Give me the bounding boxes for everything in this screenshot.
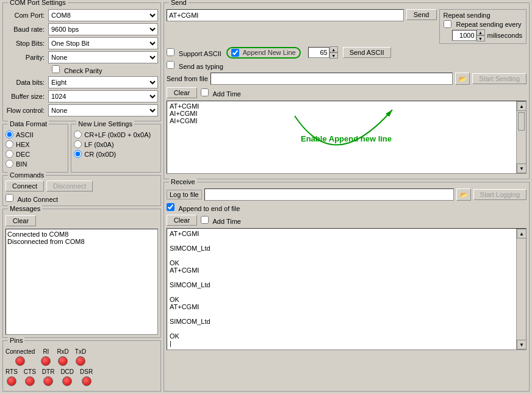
send-scroll-down[interactable]: ▼ <box>517 163 527 173</box>
nl-crlf-radio[interactable] <box>74 131 82 138</box>
receive-line14 <box>170 325 514 332</box>
data-bits-label: Data bits: <box>5 79 48 86</box>
messages-clear-button[interactable]: Clear <box>5 215 36 226</box>
data-format-dec-label: DEC <box>16 151 30 158</box>
send-as-typing-text: Send as typing <box>179 63 223 70</box>
support-ascii-text: Support ASCII <box>179 50 221 57</box>
log-file-browse-button[interactable]: 📂 <box>456 188 471 201</box>
data-format-dec-radio[interactable] <box>5 150 13 158</box>
receive-line9 <box>170 288 514 296</box>
receive-line2 <box>170 237 514 245</box>
send-button[interactable]: Send <box>406 9 437 20</box>
start-sending-button[interactable]: Start Sending <box>472 73 527 84</box>
send-from-file-label: Send from file <box>167 75 208 82</box>
send-add-time-checkbox[interactable] <box>201 88 209 96</box>
append-new-line-option[interactable]: Append New Line <box>226 47 301 59</box>
new-line-settings-title: New Line Settings <box>76 120 134 127</box>
pin-connected: Connected <box>5 348 35 366</box>
send-scrollbar[interactable]: ▲ ▼ <box>516 101 526 173</box>
flow-control-select[interactable]: None <box>48 104 158 116</box>
connect-button[interactable]: Connect <box>5 181 44 192</box>
pin-connected-label: Connected <box>5 348 35 355</box>
auto-connect-label[interactable]: Auto Connect <box>5 196 58 203</box>
send-clear-button[interactable]: Clear <box>167 87 197 98</box>
receive-line13: SIMCOM_Ltd <box>170 318 514 325</box>
send-add-time-label[interactable]: Add Time <box>201 88 241 98</box>
log-to-file-label: Log to file <box>167 190 202 199</box>
receive-scroll-down[interactable]: ▼ <box>517 340 527 349</box>
receive-line15: OK <box>170 332 514 340</box>
send-as-typing-checkbox[interactable] <box>167 61 174 69</box>
receive-line8: SIMCOM_Ltd <box>170 281 514 288</box>
data-format-bin-radio[interactable] <box>5 160 13 168</box>
stop-bits-select[interactable]: One Stop Bit <box>48 37 158 49</box>
receive-line10: OK <box>170 296 514 303</box>
repeat-sending-checkbox[interactable] <box>444 20 451 28</box>
baud-rate-select[interactable]: 9600 bps <box>48 23 158 35</box>
support-ascii-checkbox[interactable] <box>167 48 174 56</box>
send-file-browse-icon: 📂 <box>459 76 466 82</box>
nl-lf-radio[interactable] <box>74 140 82 148</box>
check-parity-checkbox[interactable] <box>52 65 60 73</box>
buffer-size-label: Buffer size: <box>5 93 48 100</box>
data-bits-select[interactable]: Eight <box>48 76 158 88</box>
append-new-line-checkbox[interactable] <box>231 49 239 57</box>
receive-add-time-checkbox[interactable] <box>201 216 209 224</box>
send-command-input[interactable] <box>167 9 404 21</box>
append-to-file-label[interactable]: Append to end of file <box>167 205 240 212</box>
receive-clear-button[interactable]: Clear <box>167 215 197 226</box>
repeat-spinbox-down[interactable]: ▼ <box>476 35 485 41</box>
repeat-spinbox[interactable]: ▲ ▼ <box>452 29 485 41</box>
send-scroll-track <box>517 132 526 163</box>
ascii-spinbox-buttons[interactable]: ▲ ▼ <box>329 46 338 59</box>
ascii-spinbox-up[interactable]: ▲ <box>329 46 338 52</box>
receive-scroll-up[interactable]: ▲ <box>517 229 527 238</box>
ascii-code-input[interactable] <box>308 47 329 58</box>
com-port-settings: COM Port Settings Com Port: COM8 Baud ra… <box>2 2 161 121</box>
receive-line3: SIMCOM_Ltd <box>170 245 514 252</box>
append-to-file-checkbox[interactable] <box>167 203 174 211</box>
repeat-spinbox-up[interactable]: ▲ <box>476 29 485 35</box>
send-line1: AT+CGMI <box>170 102 514 110</box>
data-format-box: Data Format ASCII HEX DEC <box>2 124 68 173</box>
receive-add-time-label[interactable]: Add Time <box>201 216 241 225</box>
send-scroll-up[interactable]: ▲ <box>517 101 527 111</box>
pin-rxd-label: RxD <box>57 348 68 355</box>
send-file-browse-button[interactable]: 📂 <box>455 73 470 85</box>
ascii-spinbox-down[interactable]: ▼ <box>329 52 338 59</box>
start-logging-button[interactable]: Start Logging <box>473 189 527 200</box>
disconnect-button[interactable]: Disconnect <box>46 181 93 192</box>
send-ascii-button[interactable]: Send ASCII <box>343 47 391 58</box>
support-ascii-label[interactable]: Support ASCII <box>167 48 221 57</box>
pin-dsr-led <box>82 376 92 386</box>
com-port-label: Com Port: <box>5 12 48 19</box>
data-format-hex-label: HEX <box>16 141 30 148</box>
receive-line5: OK <box>170 259 514 267</box>
receive-scrollbar[interactable]: ▲ ▼ <box>516 229 526 349</box>
pin-ri: RI <box>41 348 51 366</box>
buffer-size-select[interactable]: 1024 <box>48 90 158 102</box>
messages-title: Messages <box>8 205 42 212</box>
ascii-code-spinbox[interactable]: ▲ ▼ <box>308 46 338 59</box>
nl-cr-radio[interactable] <box>74 150 82 158</box>
send-file-path-input[interactable] <box>210 73 453 85</box>
receive-cursor: | <box>170 340 514 347</box>
parity-select[interactable]: None <box>48 51 158 63</box>
check-parity-checkbox-label[interactable]: Check Parity <box>52 67 102 74</box>
baud-rate-label: Baud rate: <box>5 26 48 33</box>
com-port-settings-title: COM Port Settings <box>8 0 68 6</box>
auto-connect-checkbox[interactable] <box>5 194 13 202</box>
pin-ri-led <box>41 356 51 366</box>
send-scroll-thumb[interactable] <box>518 112 525 131</box>
com-port-select[interactable]: COM8 <box>48 9 158 21</box>
repeat-value-input[interactable] <box>452 30 476 41</box>
repeat-spinbox-buttons[interactable]: ▲ ▼ <box>476 29 485 41</box>
send-title: Send <box>169 0 189 6</box>
send-add-time-text: Add Time <box>212 90 240 98</box>
data-format-bin-label: BIN <box>16 160 27 168</box>
data-format-ascii-radio[interactable] <box>5 131 13 138</box>
data-format-hex-radio[interactable] <box>5 140 13 148</box>
receive-line4 <box>170 252 514 259</box>
log-file-path-input[interactable] <box>204 188 454 201</box>
send-as-typing-label[interactable]: Send as typing <box>167 63 223 70</box>
